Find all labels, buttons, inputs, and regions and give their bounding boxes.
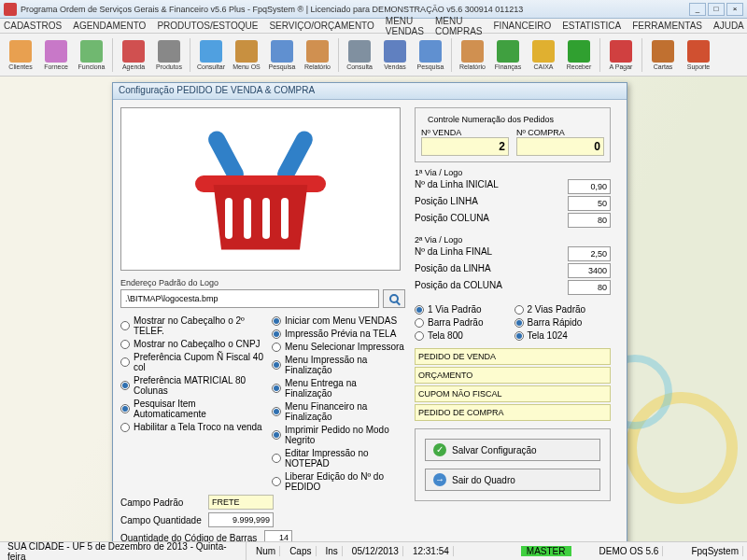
menu-bar: CADASTROS AGENDAMENTO PRODUTOS/ESTOQUE S…: [0, 19, 747, 34]
toolbar-fornece[interactable]: Fornece: [39, 35, 73, 75]
save-button[interactable]: ✓Salvar Configuração: [425, 439, 600, 461]
status-master: MASTER: [521, 546, 571, 556]
linha-inicial-input[interactable]: [568, 179, 611, 194]
window-titlebar: Programa Ordem de Serviços Gerais & Fina…: [0, 0, 747, 19]
vendas-icon: [384, 40, 406, 63]
toolbar-relatorio[interactable]: Relatório: [301, 35, 334, 75]
menu-agendamento[interactable]: AGENDAMENTO: [73, 21, 146, 31]
toolbar-vendas[interactable]: Vendas: [378, 35, 412, 75]
toolbar-apagar[interactable]: A Pagar: [604, 35, 638, 75]
n-venda-label: Nº VENDA: [421, 128, 509, 137]
cartas-icon: [652, 40, 674, 63]
suporte-icon: [687, 40, 710, 63]
menu-vendas[interactable]: MENU VENDAS: [386, 16, 424, 36]
section-button[interactable]: ORÇAMENTO: [415, 367, 611, 384]
n-compra-input[interactable]: [516, 137, 604, 156]
status-ins: Ins: [322, 546, 343, 556]
status-demo: DEMO OS 5.6: [596, 546, 664, 556]
toolbar-produtos[interactable]: Produtos: [152, 35, 186, 75]
toolbar-receber[interactable]: Receber: [562, 35, 596, 75]
menu-ferramentas[interactable]: FERRAMENTAS: [632, 21, 702, 31]
option-radio[interactable]: Impressão Prévia na TELA: [272, 329, 405, 339]
section-button[interactable]: PEDIDO DE COMPRA: [415, 404, 611, 421]
campo-padrao-label: Campo Padrão: [120, 497, 204, 508]
toolbar-funciona[interactable]: Funciona: [75, 35, 108, 75]
relatorio2-icon: [461, 40, 484, 63]
consulta-icon: [348, 40, 371, 63]
option-radio[interactable]: Liberar Edição do Nº do PEDIDO: [272, 471, 405, 492]
workspace: Configuração PEDIDO DE VENDA & COMPRA: [0, 77, 747, 541]
option-radio[interactable]: Preferência Cupom Ñ Fiscal 40 col: [120, 352, 264, 372]
close-button[interactable]: ×: [726, 3, 743, 16]
menu-os-icon: [235, 40, 258, 63]
radio-icon: [272, 384, 281, 393]
pos-linha-input[interactable]: [568, 196, 611, 211]
option-radio[interactable]: Menu Selecionar Impressora: [272, 342, 405, 352]
toolbar-consulta[interactable]: Consulta: [343, 35, 376, 75]
radio-icon: [272, 407, 281, 416]
n-compra-label: Nº COMPRA: [516, 128, 604, 137]
radio-icon: [272, 360, 281, 370]
menu-produtos[interactable]: PRODUTOS/ESTOQUE: [157, 21, 258, 31]
pos-linha-label: Posição LINHA: [415, 196, 478, 211]
maximize-button[interactable]: □: [708, 3, 725, 16]
radio-icon: [120, 340, 130, 349]
menu-cadastros[interactable]: CADASTROS: [4, 21, 62, 31]
via1-title: 1ª Via / Logo: [415, 168, 611, 177]
status-brand: FpqSystem: [687, 546, 743, 556]
option-radio[interactable]: Editar Impressão no NOTEPAD: [272, 448, 405, 469]
minimize-button[interactable]: _: [689, 3, 706, 16]
option-radio[interactable]: Menu Impressão na Finalização: [272, 355, 405, 375]
toolbar-financas[interactable]: Finanças: [491, 35, 525, 75]
via-radio[interactable]: Barra Rápido: [514, 317, 612, 328]
toolbar-caixa[interactable]: CAIXA: [527, 35, 560, 75]
toolbar-consultar[interactable]: Consultar: [194, 35, 228, 75]
option-radio[interactable]: Imprimir Pedido no Modo Negrito: [272, 425, 405, 445]
toolbar-cartas[interactable]: Cartas: [646, 35, 680, 75]
pesquisa-icon: [271, 40, 293, 63]
option-radio[interactable]: Habilitar a Tela Troco na venda: [120, 422, 264, 432]
menu-ajuda[interactable]: AJUDA: [713, 21, 744, 31]
option-radio[interactable]: Menu Entrega na Finalização: [272, 378, 405, 399]
check-icon: ✓: [433, 443, 446, 456]
status-num: Num: [252, 546, 280, 556]
option-radio[interactable]: Mostrar no Cabeçalho o CNPJ: [120, 339, 264, 349]
option-radio[interactable]: Iniciar com Menu VENDAS: [272, 315, 405, 326]
toolbar-pesquisa[interactable]: Pesquisa: [265, 35, 299, 75]
section-button[interactable]: PEDIDO DE VENDA: [415, 348, 611, 365]
campo-qtd-input[interactable]: [208, 512, 274, 527]
via-radio[interactable]: 1 Via Padrão: [415, 304, 512, 315]
pos-coluna-input[interactable]: [568, 213, 611, 228]
exit-button[interactable]: →Sair do Quadro: [425, 469, 600, 491]
linha-final-input[interactable]: [568, 246, 611, 261]
pos-coluna2-input[interactable]: [568, 280, 611, 295]
via-radio[interactable]: Tela 800: [415, 330, 512, 341]
menu-estatistica[interactable]: ESTATISTICA: [562, 21, 621, 31]
via-radio[interactable]: 2 Vias Padrão: [514, 304, 612, 315]
toolbar-menu-os[interactable]: Menu OS: [230, 35, 263, 75]
logo-path-input[interactable]: [120, 289, 379, 308]
campo-padrao-input[interactable]: [208, 495, 274, 510]
radio-icon: [120, 404, 130, 413]
section-button[interactable]: CUPOM NÃO FISCAL: [415, 385, 611, 402]
pos-linha2-input[interactable]: [568, 263, 611, 278]
dialog-title: Configuração PEDIDO DE VENDA & COMPRA: [113, 83, 627, 100]
radio-icon: [272, 316, 281, 326]
radio-icon: [272, 430, 281, 440]
option-radio[interactable]: Menu Financeiro na Finalização: [272, 401, 405, 422]
option-radio[interactable]: Pesquisar Item Automaticamente: [120, 399, 264, 419]
menu-financeiro[interactable]: FINANCEIRO: [494, 21, 552, 31]
toolbar-pesquisa2[interactable]: Pesquisa: [414, 35, 447, 75]
option-radio[interactable]: Preferência MATRICIAL 80 Colunas: [120, 375, 264, 396]
toolbar-relatorio2[interactable]: Relatório: [456, 35, 489, 75]
browse-button[interactable]: [383, 289, 405, 308]
toolbar-clientes[interactable]: Clientes: [4, 35, 37, 75]
toolbar-suporte[interactable]: Suporte: [682, 35, 715, 75]
via-radio[interactable]: Barra Padrão: [415, 317, 512, 328]
menu-compras[interactable]: MENU COMPRAS: [435, 16, 483, 36]
n-venda-input[interactable]: [421, 137, 509, 156]
menu-servico[interactable]: SERVIÇO/ORÇAMENTO: [269, 21, 374, 31]
toolbar-agenda[interactable]: Agenda: [117, 35, 150, 75]
option-radio[interactable]: Mostrar no Cabeçalho o 2º TELEF.: [120, 315, 264, 336]
via-radio[interactable]: Tela 1024: [514, 330, 612, 341]
